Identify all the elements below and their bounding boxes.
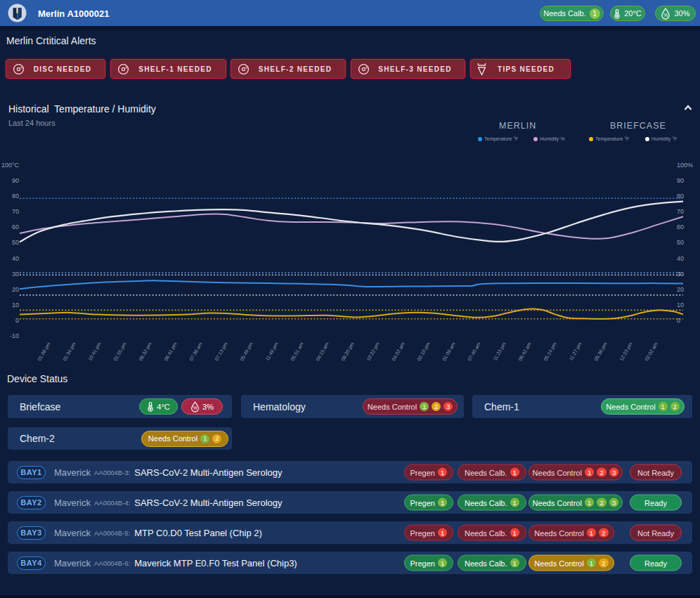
svg-text:05:49 pm: 05:49 pm [239,342,254,362]
svg-text:07:38 am: 07:38 am [188,342,203,362]
svg-text:40: 40 [12,255,19,262]
svg-text:10: 10 [677,301,684,308]
svg-text:30: 30 [12,271,19,278]
svg-text:40: 40 [677,255,684,262]
svg-text:05:36 pm: 05:36 pm [593,342,609,362]
svg-text:0: 0 [15,317,19,324]
svg-text:-10: -10 [10,332,19,339]
svg-text:%: % [193,405,197,410]
svg-text:100°C: 100°C [1,162,20,169]
svg-text:30: 30 [677,271,684,278]
svg-text:50: 50 [677,239,684,246]
svg-text:05:14 pm: 05:14 pm [543,342,558,362]
svg-text:10: 10 [12,301,19,308]
svg-text:10:41 pm: 10:41 pm [87,342,103,362]
svg-text:0: 0 [677,317,680,324]
svg-text:60: 60 [12,223,19,230]
svg-text:12:23 pm: 12:23 pm [618,342,634,362]
svg-text:01:08 pm: 01:08 pm [37,342,52,362]
svg-text:08:20 pm: 08:20 pm [340,342,356,362]
svg-text:11:49 pm: 11:49 pm [264,342,279,362]
svg-text:11:23 pm: 11:23 pm [492,342,507,362]
svg-text:70: 70 [677,208,684,215]
svg-text:07:13 pm: 07:13 pm [214,342,229,362]
svg-text:01:55 pm: 01:55 pm [112,342,128,362]
svg-text:01:09 am: 01:09 am [441,342,456,362]
svg-text:11:27 pm: 11:27 pm [568,342,583,362]
svg-text:20: 20 [677,286,684,293]
svg-text:10:22 pm: 10:22 pm [365,342,381,362]
svg-text:02:10 pm: 02:10 pm [416,342,432,362]
svg-text:90: 90 [677,177,684,184]
svg-text:70: 70 [12,208,19,215]
svg-text:100%: 100% [677,162,693,169]
svg-text:60: 60 [677,223,684,230]
svg-text:07:40 am: 07:40 am [467,342,481,362]
svg-text:02:02 am: 02:02 am [644,342,659,362]
svg-text:06:32 pm: 06:32 pm [138,342,153,362]
svg-text:50: 50 [12,239,19,246]
svg-text:80: 80 [12,193,19,200]
svg-text:04:15 am: 04:15 am [315,342,330,362]
svg-text:05:51 am: 05:51 am [290,342,304,362]
svg-text:90: 90 [12,177,19,184]
svg-text:06:41 pm: 06:41 pm [163,342,179,362]
svg-text:06:42 am: 06:42 am [517,342,532,362]
svg-text:20: 20 [12,286,19,293]
svg-text:%: % [663,13,668,18]
svg-text:01:34 pm: 01:34 pm [62,342,77,362]
svg-text:04:02 am: 04:02 am [391,342,406,362]
